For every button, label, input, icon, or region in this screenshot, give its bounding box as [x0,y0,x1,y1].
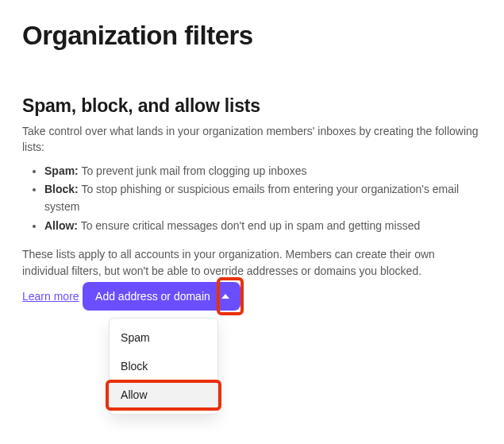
list-item-text: To ensure critical messages don't end up… [78,219,420,232]
filter-type-menu: Spam Block Allow [109,318,218,415]
caret-up-icon [221,294,229,299]
list-item-text: To stop phishing or suspicious emails fr… [44,183,459,213]
intro-text: Take control over what lands in your org… [22,123,482,156]
list-item: Allow: To ensure critical messages don't… [44,217,482,236]
add-address-or-domain-button[interactable]: Add address or domain [83,282,240,311]
menu-item-block[interactable]: Block [110,352,217,380]
list-item-label: Block: [44,183,79,195]
list-item-label: Allow: [44,219,78,232]
button-label: Add address or domain [95,290,210,303]
menu-item-allow[interactable]: Allow [110,380,217,409]
learn-more-link[interactable]: Learn more [22,290,79,303]
menu-item-spam[interactable]: Spam [110,323,217,352]
page-title: Organization filters [22,21,482,51]
menu-item-label: Allow [121,388,147,401]
filter-type-list: Spam: To prevent junk mail from clogging… [22,162,482,236]
section-title: Spam, block, and allow lists [22,95,482,117]
list-item: Spam: To prevent junk mail from clogging… [44,162,482,181]
list-item: Block: To stop phishing or suspicious em… [44,180,482,216]
list-item-text: To prevent junk mail from clogging up in… [79,164,307,177]
list-item-label: Spam: [44,164,79,177]
note-text: These lists apply to all accounts in you… [22,246,482,279]
